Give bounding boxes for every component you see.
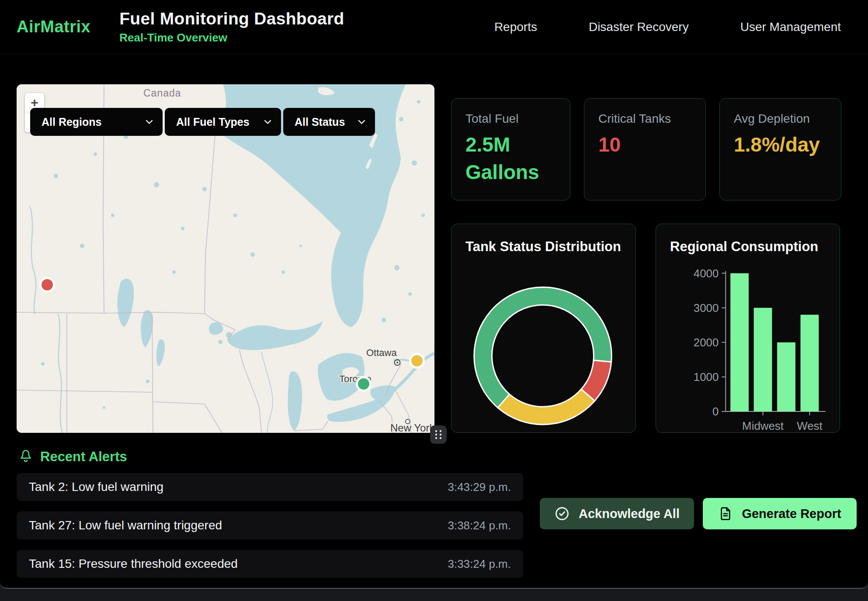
header: AirMatrix Fuel Monitoring Dashboard Real… — [0, 0, 868, 54]
status-filter-dropdown[interactable]: All Status — [283, 108, 375, 136]
dashboard-app: AirMatrix Fuel Monitoring Dashboard Real… — [0, 0, 868, 589]
alert-time: 3:38:24 p.m. — [448, 519, 511, 532]
generate-report-label: Generate Report — [742, 507, 841, 521]
tank-status-donut — [451, 224, 635, 432]
acknowledge-all-button[interactable]: Acknowledge All — [540, 498, 694, 529]
fuel-map[interactable]: Canada Ottawa Toronto New York + − All R… — [17, 84, 434, 433]
alert-row[interactable]: Tank 27: Low fuel warning triggered 3:38… — [17, 511, 523, 539]
page-subtitle: Real-Time Overview — [119, 31, 344, 45]
brand-logo: AirMatrix — [17, 17, 90, 36]
stat-card-critical-tanks: Critical Tanks 10 — [584, 98, 706, 200]
stat-value-total-fuel: 2.5M Gallons — [465, 131, 556, 186]
resize-grip-icon[interactable] — [430, 425, 447, 444]
alert-row[interactable]: Tank 15: Pressure threshold exceeded 3:3… — [17, 550, 523, 578]
page-title: Fuel Monitoring Dashboard — [119, 9, 344, 28]
bar-region-2[interactable] — [777, 342, 795, 411]
stat-value-avg-depletion: 1.8%/​day — [734, 131, 827, 159]
alerts-header: Recent Alerts — [18, 449, 127, 465]
y-tick-label: 2000 — [694, 336, 719, 349]
x-tick-label: Midwest — [742, 420, 784, 432]
generate-report-button[interactable]: Generate Report — [703, 498, 857, 529]
acknowledge-all-label: Acknowledge All — [579, 507, 680, 521]
map-filterbar: All Regions All Fuel Types All Status — [30, 108, 375, 136]
alert-time: 3:33:24 p.m. — [448, 557, 511, 571]
main-nav: Reports Disaster Recovery User Managemen… — [494, 20, 841, 34]
fuel-type-filter-value: All Fuel Types — [176, 116, 250, 128]
label-new-york: New York — [390, 422, 434, 433]
map-canvas: Canada Ottawa Toronto New York — [17, 84, 434, 433]
stat-card-avg-depletion: Avg Depletion 1.8%/​day — [719, 98, 841, 200]
alert-text: Tank 2: Low fuel warning — [29, 480, 163, 494]
y-tick-label: 0 — [712, 405, 719, 418]
title-block: Fuel Monitoring Dashboard Real-Time Over… — [119, 9, 344, 45]
tank-marker-warning[interactable] — [410, 354, 424, 368]
bell-icon — [18, 449, 33, 465]
label-ottawa: Ottawa — [366, 347, 397, 358]
alert-time: 3:43:29 p.m. — [448, 480, 511, 494]
region-filter-value: All Regions — [42, 116, 102, 128]
chevron-down-icon — [264, 120, 271, 124]
nav-user-management[interactable]: User Management — [740, 20, 841, 34]
file-text-icon — [718, 506, 733, 522]
alerts-title: Recent Alerts — [40, 449, 127, 465]
nav-disaster-recovery[interactable]: Disaster Recovery — [589, 20, 689, 34]
alert-text: Tank 15: Pressure threshold exceeded — [29, 557, 238, 571]
tank-status-card: Tank Status Distribution — [451, 224, 636, 433]
y-tick-label: 3000 — [694, 302, 719, 314]
nav-reports[interactable]: Reports — [494, 20, 537, 34]
chevron-down-icon — [358, 120, 365, 124]
status-filter-value: All Status — [295, 116, 345, 128]
bar-region-0[interactable] — [730, 273, 749, 411]
stat-label: Total Fuel — [465, 112, 556, 126]
regional-consumption-card: Regional Consumption 01000200030004000Mi… — [656, 224, 840, 433]
tank-marker-critical[interactable] — [41, 278, 54, 292]
tank-marker-normal[interactable] — [357, 377, 371, 391]
stat-card-total-fuel: Total Fuel 2.5M Gallons — [451, 98, 570, 200]
region-filter-dropdown[interactable]: All Regions — [30, 108, 163, 136]
alert-row[interactable]: Tank 2: Low fuel warning 3:43:29 p.m. — [17, 473, 523, 501]
check-circle-icon — [554, 506, 570, 522]
grip-dots — [434, 429, 442, 440]
stat-label: Critical Tanks — [598, 112, 691, 126]
y-tick-label: 1000 — [694, 371, 719, 383]
alert-text: Tank 27: Low fuel warning triggered — [29, 518, 222, 532]
y-tick-label: 4000 — [694, 267, 719, 280]
stat-value-critical-tanks: 10 — [598, 131, 691, 159]
fuel-type-filter-dropdown[interactable]: All Fuel Types — [165, 108, 281, 136]
stat-label: Avg Depletion — [734, 112, 827, 126]
bar-region-3[interactable] — [801, 315, 819, 412]
bar-region-1[interactable] — [754, 308, 772, 411]
donut-segment-warning[interactable] — [498, 389, 595, 425]
label-canada: Canada — [143, 87, 181, 99]
regional-consumption-bars: 01000200030004000MidwestWest — [656, 224, 840, 432]
x-tick-label: West — [797, 420, 822, 432]
chevron-down-icon — [146, 120, 153, 124]
